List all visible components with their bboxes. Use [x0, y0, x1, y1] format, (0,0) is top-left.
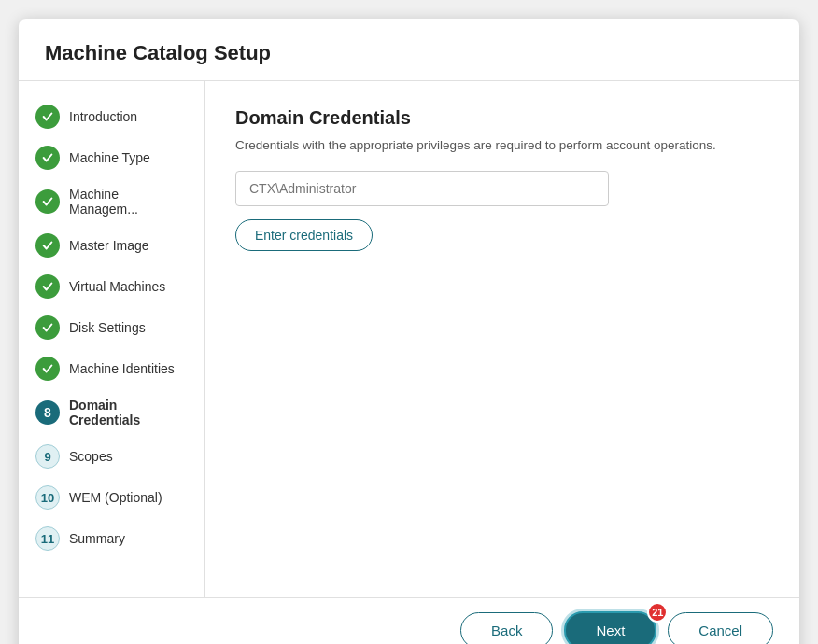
section-description: Credentials with the appropriate privile… — [235, 138, 769, 152]
sidebar-item-label-disk-settings: Disk Settings — [69, 320, 146, 335]
sidebar-item-label-summary: Summary — [69, 531, 125, 546]
sidebar-item-label-machine-management: Machine Managem... — [69, 187, 188, 217]
sidebar-item-wem-optional[interactable]: 10WEM (Optional) — [19, 477, 204, 518]
next-badge: 21 — [647, 602, 668, 623]
sidebar-item-master-image[interactable]: Master Image — [19, 225, 204, 266]
sidebar-item-label-machine-identities: Machine Identities — [69, 361, 175, 376]
step-icon-scopes: 9 — [35, 444, 60, 469]
sidebar-item-label-wem-optional: WEM (Optional) — [69, 490, 162, 505]
window-title: Machine Catalog Setup — [45, 41, 271, 64]
step-icon-machine-management — [35, 189, 60, 214]
sidebar: IntroductionMachine TypeMachine Managem.… — [19, 81, 205, 597]
window-header: Machine Catalog Setup — [19, 19, 799, 81]
sidebar-item-label-machine-type: Machine Type — [69, 150, 150, 165]
main-content: Domain Credentials Credentials with the … — [205, 81, 799, 597]
sidebar-item-label-virtual-machines: Virtual Machines — [69, 279, 165, 294]
step-icon-summary: 11 — [35, 526, 60, 551]
sidebar-item-machine-identities[interactable]: Machine Identities — [19, 348, 204, 389]
window-body: IntroductionMachine TypeMachine Managem.… — [19, 81, 799, 597]
window-footer: Back Next 21 Cancel — [19, 597, 799, 644]
step-icon-disk-settings — [35, 315, 60, 340]
step-icon-wem-optional: 10 — [35, 485, 60, 510]
step-icon-domain-credentials: 8 — [35, 400, 60, 425]
enter-credentials-button[interactable]: Enter credentials — [235, 219, 373, 251]
cancel-button[interactable]: Cancel — [668, 612, 773, 644]
sidebar-item-virtual-machines[interactable]: Virtual Machines — [19, 266, 204, 307]
sidebar-item-label-master-image: Master Image — [69, 238, 149, 253]
sidebar-item-domain-credentials[interactable]: 8Domain Credentials — [19, 389, 204, 436]
step-icon-machine-identities — [35, 357, 60, 381]
step-icon-master-image — [35, 233, 60, 258]
sidebar-item-label-domain-credentials: Domain Credentials — [69, 398, 188, 427]
sidebar-item-machine-management[interactable]: Machine Managem... — [19, 178, 204, 225]
next-wrapper: Next 21 — [564, 611, 656, 644]
step-icon-virtual-machines — [35, 274, 60, 299]
credentials-input[interactable] — [235, 171, 609, 206]
sidebar-item-label-introduction: Introduction — [69, 109, 137, 124]
step-icon-machine-type — [35, 146, 60, 170]
sidebar-item-introduction[interactable]: Introduction — [19, 96, 204, 137]
sidebar-item-summary[interactable]: 11Summary — [19, 518, 204, 559]
step-icon-introduction — [35, 105, 60, 129]
sidebar-item-label-scopes: Scopes — [69, 449, 113, 464]
main-window: Machine Catalog Setup IntroductionMachin… — [19, 19, 799, 644]
sidebar-item-disk-settings[interactable]: Disk Settings — [19, 307, 204, 348]
next-button[interactable]: Next — [564, 611, 656, 644]
back-button[interactable]: Back — [460, 612, 553, 644]
sidebar-item-machine-type[interactable]: Machine Type — [19, 137, 204, 178]
section-title: Domain Credentials — [235, 107, 769, 129]
sidebar-item-scopes[interactable]: 9Scopes — [19, 436, 204, 477]
